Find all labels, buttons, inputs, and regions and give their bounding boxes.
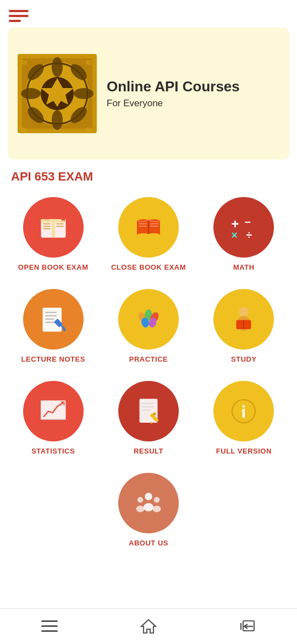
svg-rect-61 bbox=[142, 406, 153, 407]
svg-rect-75 bbox=[41, 620, 58, 622]
section-title: API 653 EXAM bbox=[0, 160, 297, 189]
svg-rect-26 bbox=[56, 223, 64, 225]
svg-text:RI: RI bbox=[21, 127, 27, 133]
full-version-label: FULL VERSION bbox=[216, 447, 272, 455]
svg-rect-24 bbox=[43, 226, 51, 227]
menu-item-study[interactable]: STUDY bbox=[196, 281, 292, 373]
study-label: STUDY bbox=[231, 355, 257, 363]
svg-rect-25 bbox=[43, 228, 51, 230]
nav-home-button[interactable] bbox=[132, 613, 165, 640]
statistics-icon bbox=[23, 381, 84, 441]
full-version-icon bbox=[213, 381, 274, 441]
menu-item-full-version[interactable]: FULL VERSION bbox=[196, 373, 292, 465]
svg-point-6 bbox=[21, 88, 41, 99]
svg-point-5 bbox=[52, 110, 63, 130]
math-icon: + − × ÷ bbox=[213, 197, 274, 258]
svg-point-74 bbox=[152, 506, 161, 512]
bottom-nav bbox=[0, 608, 297, 644]
practice-label: PRACTICE bbox=[129, 355, 168, 363]
nav-back-button[interactable] bbox=[231, 613, 264, 640]
banner-logo: RI RI RI RI bbox=[13, 50, 101, 138]
menu-item-lecture-notes[interactable]: LECTURE NOTES bbox=[6, 281, 101, 373]
svg-rect-42 bbox=[45, 322, 56, 323]
banner-subtitle: For Everyone bbox=[107, 98, 278, 109]
close-book-exam-icon bbox=[118, 197, 179, 258]
menu-button[interactable] bbox=[9, 10, 29, 22]
menu-item-result[interactable]: RESULT bbox=[101, 373, 196, 465]
practice-icon bbox=[118, 289, 179, 350]
lecture-notes-icon bbox=[23, 289, 84, 350]
svg-rect-23 bbox=[43, 223, 51, 225]
menu-item-open-book-exam[interactable]: A OPEN BOOK EXAM bbox=[6, 189, 101, 281]
menu-grid: A OPEN BOOK EXAM CLOSE BOOK EXAM + − × ÷… bbox=[0, 189, 297, 557]
svg-point-67 bbox=[243, 405, 245, 408]
about-us-icon bbox=[118, 473, 179, 533]
svg-marker-78 bbox=[141, 620, 156, 633]
svg-point-70 bbox=[144, 503, 153, 511]
svg-text:RI: RI bbox=[86, 59, 92, 66]
svg-rect-22 bbox=[52, 219, 55, 238]
result-icon bbox=[118, 381, 179, 441]
svg-text:RI: RI bbox=[21, 59, 27, 66]
banner-text: Online API Courses For Everyone bbox=[101, 78, 278, 108]
svg-rect-62 bbox=[142, 410, 150, 411]
header bbox=[0, 0, 297, 28]
svg-text:RI: RI bbox=[86, 127, 92, 133]
svg-point-7 bbox=[74, 88, 94, 99]
svg-text:÷: ÷ bbox=[246, 229, 252, 241]
svg-text:×: × bbox=[232, 229, 238, 241]
svg-rect-27 bbox=[56, 226, 64, 227]
result-label: RESULT bbox=[134, 447, 163, 455]
nav-menu-button[interactable] bbox=[33, 613, 66, 640]
math-label: MATH bbox=[233, 263, 255, 271]
open-book-exam-label: OPEN BOOK EXAM bbox=[18, 263, 89, 271]
svg-rect-41 bbox=[45, 319, 54, 320]
close-book-exam-label: CLOSE BOOK EXAM bbox=[111, 263, 186, 271]
svg-rect-76 bbox=[41, 625, 58, 627]
svg-point-71 bbox=[138, 497, 144, 503]
statistics-label: STATISTICS bbox=[31, 447, 75, 455]
menu-item-about-us[interactable]: ABOUT US bbox=[101, 465, 196, 557]
svg-point-73 bbox=[154, 497, 160, 503]
svg-rect-40 bbox=[45, 315, 57, 316]
menu-item-math[interactable]: + − × ÷ MATH bbox=[196, 189, 292, 281]
svg-rect-60 bbox=[142, 403, 153, 404]
svg-rect-30 bbox=[139, 223, 147, 225]
svg-point-52 bbox=[239, 307, 249, 317]
open-book-exam-icon: A bbox=[23, 197, 84, 258]
menu-item-statistics[interactable]: STATISTICS bbox=[6, 373, 101, 465]
svg-rect-32 bbox=[150, 223, 158, 225]
svg-rect-39 bbox=[45, 312, 57, 313]
svg-point-4 bbox=[52, 57, 63, 77]
about-us-label: ABOUT US bbox=[129, 539, 168, 547]
svg-text:−: − bbox=[245, 216, 251, 228]
banner: RI RI RI RI Online API Courses For Every… bbox=[8, 28, 289, 160]
svg-text:A: A bbox=[45, 216, 49, 221]
menu-item-practice[interactable]: PRACTICE bbox=[101, 281, 196, 373]
svg-rect-77 bbox=[41, 630, 58, 632]
study-icon bbox=[213, 289, 274, 350]
banner-title: Online API Courses bbox=[107, 78, 278, 95]
svg-rect-33 bbox=[150, 226, 158, 227]
svg-point-72 bbox=[136, 506, 144, 512]
lecture-notes-label: LECTURE NOTES bbox=[21, 355, 85, 363]
svg-rect-31 bbox=[139, 226, 147, 227]
svg-rect-68 bbox=[243, 409, 245, 418]
menu-item-close-book-exam[interactable]: CLOSE BOOK EXAM bbox=[101, 189, 196, 281]
svg-point-69 bbox=[145, 493, 152, 500]
